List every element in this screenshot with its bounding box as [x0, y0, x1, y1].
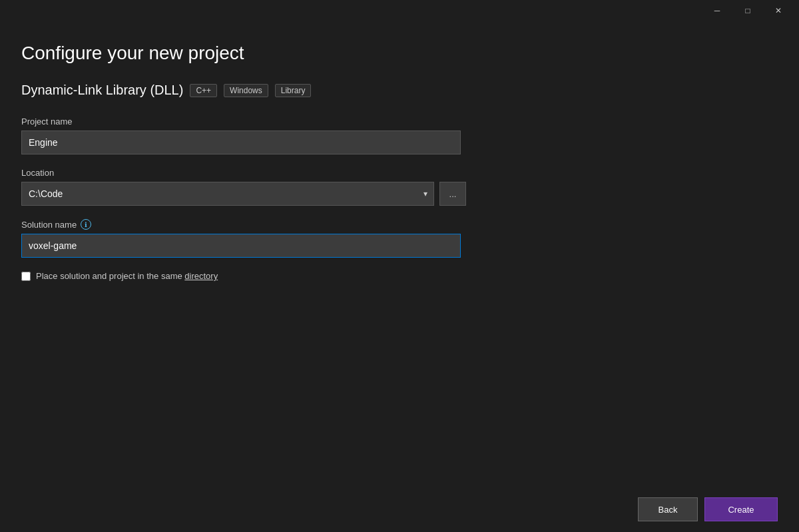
tag-cpp: C++ [190, 84, 217, 97]
project-name-input[interactable] [21, 131, 461, 154]
solution-name-group: Solution name ℹ [21, 219, 778, 258]
location-row: C:\Code ... [21, 182, 778, 206]
tag-library: Library [275, 84, 312, 97]
location-label: Location [21, 168, 778, 178]
page-title: Configure your new project [21, 43, 778, 64]
tag-windows: Windows [224, 84, 268, 97]
maximize-button[interactable]: □ [732, 0, 763, 21]
location-select[interactable]: C:\Code [21, 182, 434, 206]
back-button[interactable]: Back [638, 497, 698, 521]
project-type-header: Dynamic-Link Library (DLL) C++ Windows L… [21, 83, 778, 98]
solution-name-info-icon[interactable]: ℹ [81, 219, 91, 230]
main-content: Configure your new project Dynamic-Link … [0, 21, 799, 334]
location-select-wrapper: C:\Code [21, 182, 434, 206]
solution-name-label: Solution name ℹ [21, 219, 778, 230]
same-directory-row: Place solution and project in the same d… [21, 271, 778, 281]
create-button[interactable]: Create [704, 497, 778, 521]
location-group: Location C:\Code ... [21, 168, 778, 206]
close-button[interactable]: ✕ [763, 0, 794, 21]
same-directory-label[interactable]: Place solution and project in the same d… [36, 271, 218, 281]
same-directory-checkbox[interactable] [21, 272, 31, 281]
solution-name-input[interactable] [21, 234, 461, 258]
project-name-group: Project name [21, 117, 778, 154]
minimize-button[interactable]: ─ [702, 0, 732, 21]
footer: Back Create [0, 487, 799, 532]
project-type-name: Dynamic-Link Library (DLL) [21, 83, 183, 98]
project-name-label: Project name [21, 117, 778, 127]
browse-button[interactable]: ... [439, 182, 466, 206]
title-bar: ─ □ ✕ [0, 0, 799, 21]
